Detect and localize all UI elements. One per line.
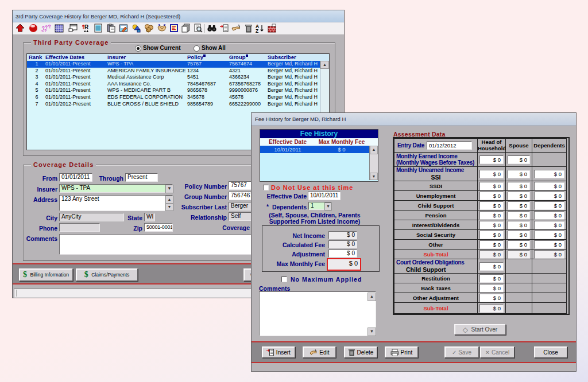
svg-text:<?: <? [41, 28, 47, 33]
svg-text:R: R [84, 24, 89, 30]
svg-text:Z: Z [256, 28, 258, 34]
